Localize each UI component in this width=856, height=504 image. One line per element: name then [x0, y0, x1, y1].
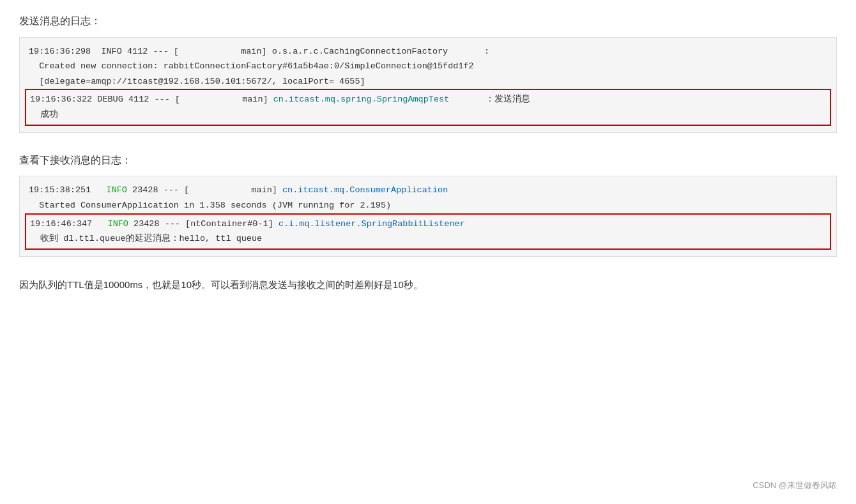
receive-log-block: 19:15:38:251 INFO 23428 --- [ main] cn.i…	[19, 176, 837, 257]
send-time1: 19:16:36:298	[29, 47, 91, 56]
send-class1: o.s.a.r.c.CachingConnectionFactory	[272, 47, 448, 56]
send-log-block: 19:16:36:298 INFO 4112 --- [ main] o.s.a…	[19, 37, 837, 133]
watermark: CSDN @来世做春风哝	[753, 480, 837, 491]
send-log-line4: 19:16:36:322 DEBUG 4112 --- [ main] cn.i…	[30, 92, 826, 107]
receive-level1: INFO	[107, 185, 127, 195]
receive-log-line3: 19:16:46:347 INFO 23428 --- [ntContainer…	[30, 217, 826, 232]
footer-note: 因为队列的TTL值是10000ms，也就是10秒。可以看到消息发送与接收之间的时…	[19, 276, 837, 293]
send-pid1: 4112	[127, 47, 148, 56]
receive-log-line2: Started ConsumerApplication in 1.358 sec…	[29, 198, 827, 213]
send-section-title: 发送消息的日志：	[19, 13, 837, 29]
receive-log-line4: 收到 dl.ttl.queue的延迟消息：hello, ttl queue	[30, 231, 826, 247]
receive-log-line1: 19:15:38:251 INFO 23428 --- [ main] cn.i…	[29, 183, 827, 198]
receive-log-highlighted: 19:16:46:347 INFO 23428 --- [ntContainer…	[25, 213, 831, 250]
send-level1: INFO	[101, 47, 121, 56]
receive-section: 查看下接收消息的日志： 19:15:38:251 INFO 23428 --- …	[19, 152, 837, 257]
send-log-line1: 19:16:36:298 INFO 4112 --- [ main] o.s.a…	[29, 44, 827, 59]
send-section: 发送消息的日志： 19:16:36:298 INFO 4112 --- [ ma…	[19, 13, 837, 133]
send-log-line2: Created new connection: rabbitConnection…	[29, 59, 827, 74]
receive-section-title: 查看下接收消息的日志：	[19, 152, 837, 169]
receive-class1: cn.itcast.mq.ConsumerApplication	[282, 185, 448, 195]
send-log-line3: [delegate=amqp://itcast@192.168.150.101:…	[29, 74, 827, 89]
receive-class2: c.i.mq.listener.SpringRabbitListener	[279, 219, 465, 229]
receive-level2: INFO	[108, 219, 128, 229]
send-class2: cn.itcast.mq.spring.SpringAmqpTest	[273, 95, 449, 104]
send-log-line5: 成功	[30, 107, 826, 123]
send-log-highlighted: 19:16:36:322 DEBUG 4112 --- [ main] cn.i…	[25, 89, 831, 125]
